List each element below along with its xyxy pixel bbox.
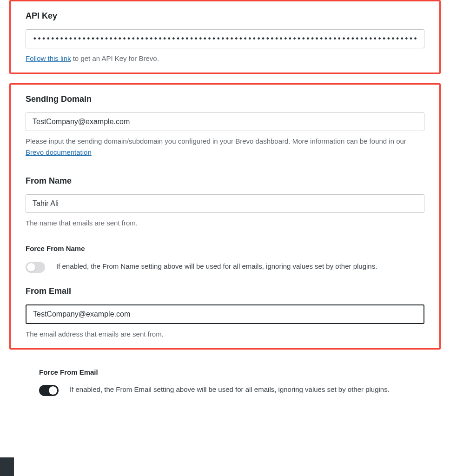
sending-domain-help: Please input the sending domain/subdomai…	[26, 136, 424, 158]
from-name-label: From Name	[26, 175, 424, 187]
force-from-name-label: Force From Name	[26, 244, 439, 254]
sender-fields-highlight-box: Sending Domain Please input the sending …	[9, 83, 441, 350]
force-from-name-toggle[interactable]	[26, 262, 45, 273]
sending-domain-label: Sending Domain	[26, 93, 424, 106]
sending-domain-help-text: Please input the sending domain/subdomai…	[26, 137, 406, 145]
api-key-help-suffix: to get an API Key for Brevo.	[71, 54, 159, 62]
force-from-email-toggle[interactable]	[39, 385, 59, 396]
api-key-help-link[interactable]: Follow this link	[26, 54, 71, 62]
api-key-highlight-box: API Key Follow this link to get an API K…	[9, 0, 441, 74]
from-name-input[interactable]	[26, 194, 424, 213]
from-email-label: From Email	[26, 285, 424, 298]
api-key-label: API Key	[26, 10, 424, 22]
api-key-input[interactable]	[26, 29, 424, 48]
force-from-email-label: Force From Email	[39, 367, 417, 378]
from-email-input[interactable]	[26, 304, 424, 324]
api-key-help: Follow this link to get an API Key for B…	[26, 53, 424, 64]
force-from-email-desc: If enabled, the From Email setting above…	[70, 384, 417, 395]
force-from-name-desc: If enabled, the From Name setting above …	[56, 261, 439, 271]
from-name-help: The name that emails are sent from.	[26, 218, 424, 229]
sending-domain-input[interactable]	[26, 112, 424, 131]
from-email-help: The email address that emails are sent f…	[26, 329, 424, 340]
brevo-documentation-link[interactable]: Brevo documentation	[26, 148, 92, 156]
